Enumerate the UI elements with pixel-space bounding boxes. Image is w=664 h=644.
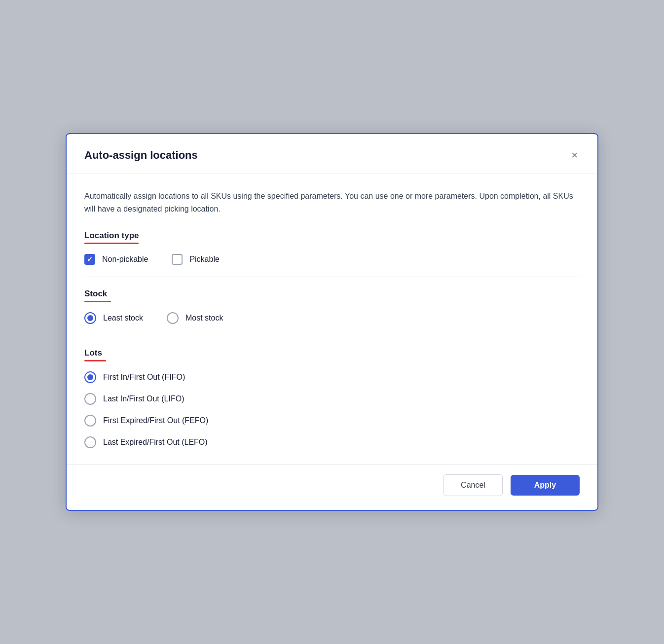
divider-1 (84, 277, 580, 277)
radio-fifo[interactable] (84, 371, 96, 383)
option-non-pickable[interactable]: ✓ Non-pickable (84, 254, 148, 265)
option-fefo[interactable]: First Expired/First Out (FEFO) (84, 415, 580, 427)
option-least-stock-label: Least stock (103, 314, 143, 322)
apply-button[interactable]: Apply (511, 475, 580, 496)
option-pickable[interactable]: Pickable (172, 254, 219, 265)
section-stock: Stock Least stock Most stock (84, 289, 580, 324)
section-location-type-title: Location type (84, 231, 139, 241)
option-lefo-label: Last Expired/First Out (LEFO) (103, 438, 208, 447)
modal-description: Automatically assign locations to all SK… (84, 190, 580, 215)
section-location-type-underline (84, 243, 139, 244)
radio-most-stock[interactable] (167, 312, 179, 324)
divider-2 (84, 336, 580, 336)
modal-overlay: Auto-assign locations × Automatically as… (0, 0, 664, 644)
modal-body: Automatically assign locations to all SK… (67, 174, 597, 464)
close-button[interactable]: × (569, 148, 580, 163)
radio-fefo[interactable] (84, 415, 96, 427)
option-most-stock[interactable]: Most stock (167, 312, 223, 324)
modal-header: Auto-assign locations × (67, 134, 597, 174)
checkbox-non-pickable[interactable]: ✓ (84, 254, 95, 265)
radio-dot-fifo (87, 374, 93, 380)
option-least-stock[interactable]: Least stock (84, 312, 143, 324)
radio-lefo[interactable] (84, 436, 96, 448)
option-lifo-label: Last In/First Out (LIFO) (103, 394, 184, 403)
checkbox-pickable[interactable] (172, 254, 183, 265)
section-lots-title: Lots (84, 348, 102, 358)
radio-least-stock[interactable] (84, 312, 96, 324)
section-lots-underline (84, 360, 106, 361)
section-stock-underline (84, 301, 111, 302)
option-lefo[interactable]: Last Expired/First Out (LEFO) (84, 436, 580, 448)
section-location-type: Location type ✓ Non-pickable Pickable (84, 231, 580, 265)
option-fifo-label: First In/First Out (FIFO) (103, 373, 185, 382)
modal-footer: Cancel Apply (67, 464, 597, 510)
option-pickable-label: Pickable (189, 255, 219, 264)
checkmark-icon: ✓ (87, 256, 93, 263)
option-fifo[interactable]: First In/First Out (FIFO) (84, 371, 580, 383)
lots-options: First In/First Out (FIFO) Last In/First … (84, 371, 580, 448)
section-lots: Lots First In/First Out (FIFO) Last (84, 348, 580, 448)
option-non-pickable-label: Non-pickable (102, 255, 148, 264)
section-stock-title: Stock (84, 289, 107, 299)
location-type-options: ✓ Non-pickable Pickable (84, 254, 580, 265)
option-lifo[interactable]: Last In/First Out (LIFO) (84, 393, 580, 405)
option-most-stock-label: Most stock (185, 314, 223, 322)
modal-title: Auto-assign locations (84, 149, 198, 162)
radio-lifo[interactable] (84, 393, 96, 405)
stock-options: Least stock Most stock (84, 312, 580, 324)
cancel-button[interactable]: Cancel (443, 474, 503, 496)
radio-dot (87, 315, 93, 321)
modal-dialog: Auto-assign locations × Automatically as… (66, 133, 598, 511)
option-fefo-label: First Expired/First Out (FEFO) (103, 416, 208, 425)
